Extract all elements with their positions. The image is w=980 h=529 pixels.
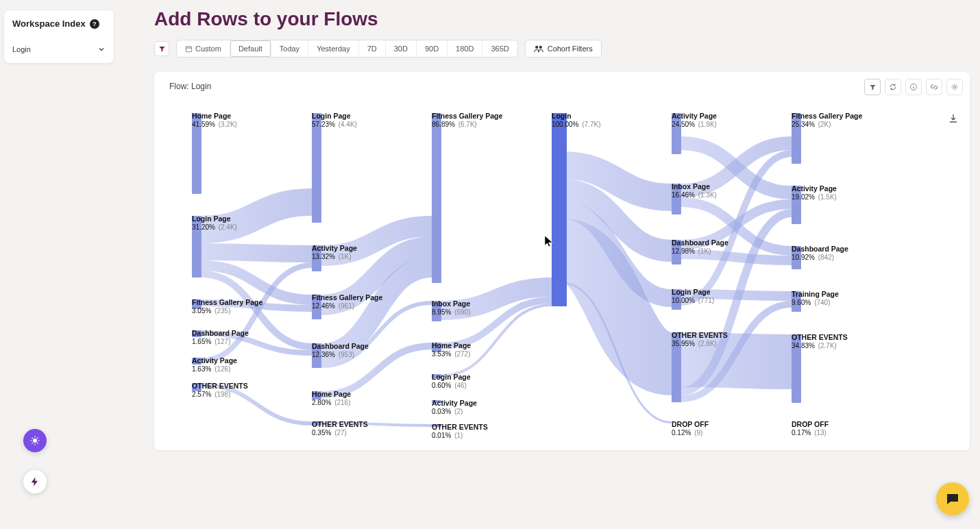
range-180d[interactable]: 180D bbox=[447, 40, 482, 57]
range-yesterday[interactable]: Yesterday bbox=[308, 40, 358, 57]
cohort-filters-button[interactable]: Cohort Filters bbox=[525, 40, 602, 58]
quick-action-button[interactable] bbox=[23, 470, 47, 493]
help-icon[interactable]: ? bbox=[90, 19, 99, 29]
svg-point-2 bbox=[539, 46, 541, 49]
workspace-index-label: Workspace Index bbox=[12, 19, 86, 29]
calendar-icon bbox=[185, 45, 193, 53]
svg-point-4 bbox=[954, 86, 956, 88]
panel-title: Flow: Login bbox=[169, 82, 211, 91]
info-button[interactable] bbox=[905, 79, 922, 95]
workspace-select[interactable]: Login bbox=[12, 45, 106, 53]
range-custom[interactable]: Custom bbox=[177, 40, 230, 57]
date-range-segmented: CustomDefaultTodayYesterday7D30D90D180D3… bbox=[176, 40, 518, 58]
range-7d[interactable]: 7D bbox=[358, 40, 385, 57]
link-button[interactable] bbox=[926, 79, 942, 95]
range-default[interactable]: Default bbox=[230, 40, 271, 57]
settings-button[interactable] bbox=[946, 79, 963, 95]
sankey-diagram[interactable]: Home Page41.59% (3.2K)Login Page31.20% (… bbox=[192, 110, 956, 443]
workspace-select-value: Login bbox=[12, 45, 31, 53]
range-today[interactable]: Today bbox=[271, 40, 308, 57]
svg-point-1 bbox=[535, 46, 538, 49]
flow-chart-panel: Flow: Login Home Page41.59% (3.2K)Login … bbox=[154, 72, 970, 450]
toolbar: CustomDefaultTodayYesterday7D30D90D180D3… bbox=[154, 40, 602, 58]
bolt-icon bbox=[29, 476, 40, 487]
cohort-filters-label: Cohort Filters bbox=[548, 45, 593, 53]
panel-toolbar bbox=[864, 79, 963, 95]
sankey-links bbox=[192, 110, 946, 445]
workspace-index-card: Workspace Index ? Login bbox=[4, 10, 114, 63]
page-title: Add Rows to your Flows bbox=[154, 8, 378, 30]
range-90d[interactable]: 90D bbox=[416, 40, 447, 57]
refresh-button[interactable] bbox=[885, 79, 901, 95]
range-30d[interactable]: 30D bbox=[385, 40, 416, 57]
cohort-icon bbox=[534, 45, 543, 53]
svg-point-5 bbox=[33, 439, 37, 443]
chat-icon bbox=[944, 491, 961, 507]
svg-rect-0 bbox=[186, 47, 191, 52]
sparkle-icon bbox=[29, 434, 41, 447]
funnel-button[interactable] bbox=[154, 41, 169, 56]
panel-filter-button[interactable] bbox=[864, 79, 881, 95]
range-365d[interactable]: 365D bbox=[482, 40, 517, 57]
assistant-button[interactable] bbox=[23, 429, 47, 452]
workspace-index-title: Workspace Index ? bbox=[12, 19, 106, 29]
chat-fab[interactable] bbox=[936, 482, 969, 515]
chevron-down-icon bbox=[97, 45, 106, 53]
